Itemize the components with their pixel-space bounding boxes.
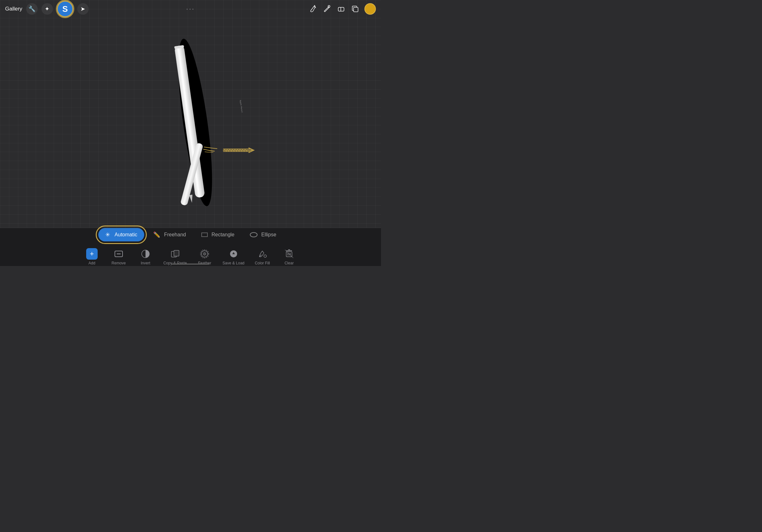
- procreate-logo: S: [62, 4, 68, 14]
- copy-paste-tool[interactable]: Copy & Paste: [160, 246, 190, 266]
- pen-tool-button[interactable]: [322, 4, 331, 14]
- top-bar: Gallery 🔧 ✦ S ➤ ···: [0, 0, 381, 18]
- gallery-button[interactable]: Gallery: [5, 6, 22, 12]
- invert-icon: [140, 248, 151, 259]
- ellipse-selection-button[interactable]: Ellipse: [244, 229, 283, 241]
- magic-icon: ✦: [45, 5, 49, 13]
- feather-icon: [199, 248, 210, 259]
- layers-icon: [350, 4, 359, 13]
- add-icon: +: [86, 248, 98, 260]
- more-button[interactable]: ···: [186, 5, 194, 13]
- layers-tool-button[interactable]: [350, 4, 359, 14]
- freehand-icon: ✏️: [153, 231, 160, 238]
- svg-rect-7: [338, 7, 344, 11]
- send-icon: ➤: [80, 5, 85, 13]
- freehand-selection-button[interactable]: ✏️ Freehand: [147, 228, 192, 241]
- clear-tool[interactable]: Clear: [276, 246, 302, 266]
- bottom-bar: ✳ Automatic ✏️ Freehand Rectangle Ellips…: [0, 228, 381, 266]
- automatic-label: Automatic: [114, 232, 137, 237]
- copy-paste-icon: [170, 248, 181, 259]
- color-picker[interactable]: [364, 3, 376, 15]
- svg-rect-15: [174, 250, 179, 256]
- magic-button[interactable]: ✦: [41, 3, 53, 15]
- svg-rect-10: [353, 7, 358, 12]
- remove-tool[interactable]: Remove: [106, 246, 131, 266]
- remove-icon: [113, 248, 124, 259]
- clear-label: Clear: [285, 261, 294, 265]
- rectangle-label: Rectangle: [211, 232, 235, 237]
- send-button[interactable]: ➤: [77, 3, 89, 15]
- selection-bar: ✳ Automatic ✏️ Freehand Rectangle Ellips…: [0, 226, 381, 244]
- top-bar-left: Gallery 🔧 ✦ S ➤: [5, 1, 89, 17]
- color-fill-label: Color Fill: [255, 261, 269, 265]
- brush-icon: [308, 4, 317, 13]
- save-load-icon: [228, 248, 239, 259]
- svg-point-20: [264, 255, 267, 257]
- procreate-button[interactable]: S: [57, 1, 73, 17]
- top-bar-right: [308, 3, 376, 15]
- automatic-selection-button[interactable]: ✳ Automatic: [98, 228, 144, 241]
- eraser-tool-button[interactable]: [336, 4, 345, 14]
- ellipse-label: Ellipse: [261, 232, 276, 237]
- ellipse-icon: [250, 232, 258, 237]
- svg-point-18: [204, 253, 205, 254]
- feather-tool[interactable]: Feather: [192, 246, 217, 266]
- remove-label: Remove: [112, 261, 126, 265]
- add-label: Add: [88, 261, 95, 265]
- rectangle-selection-button[interactable]: Rectangle: [195, 229, 241, 241]
- brush-tool-button[interactable]: [308, 4, 317, 14]
- freehand-label: Freehand: [164, 232, 186, 237]
- tools-row: + Add Remove Invert: [0, 244, 381, 266]
- automatic-icon: ✳: [105, 231, 110, 238]
- color-fill-tool[interactable]: Color Fill: [250, 246, 275, 266]
- invert-label: Invert: [141, 261, 150, 265]
- rectangle-icon: [201, 233, 208, 237]
- scroll-indicator: [171, 263, 210, 265]
- eraser-icon: [336, 4, 345, 13]
- save-load-tool[interactable]: Save & Load: [219, 246, 248, 266]
- save-load-label: Save & Load: [222, 261, 244, 265]
- top-bar-center: ···: [186, 5, 194, 13]
- pen-icon: [322, 4, 331, 13]
- invert-tool[interactable]: Invert: [133, 246, 158, 266]
- wrench-button[interactable]: 🔧: [26, 3, 38, 15]
- add-tool[interactable]: + Add: [79, 246, 105, 266]
- clear-icon: [284, 248, 294, 259]
- color-fill-icon: [257, 248, 268, 259]
- wrench-icon: 🔧: [29, 5, 36, 13]
